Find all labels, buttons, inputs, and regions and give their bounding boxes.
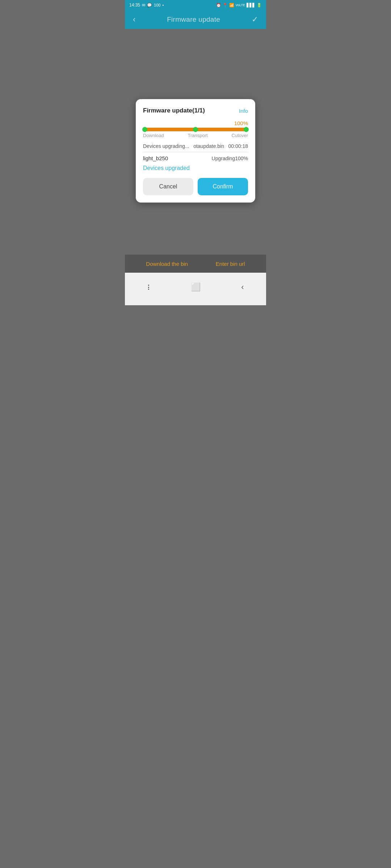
progress-labels: Download Transport Cutover bbox=[143, 133, 248, 138]
label-download: Download bbox=[143, 133, 164, 138]
status-label: Devices upgrading... bbox=[143, 143, 189, 149]
device-row: light_b250 Upgrading100% bbox=[143, 155, 248, 161]
download-bin-link[interactable]: Download the bin bbox=[146, 261, 188, 267]
device-name: light_b250 bbox=[143, 155, 168, 161]
battery-icon: 🔋 bbox=[257, 3, 262, 8]
cancel-button[interactable]: Cancel bbox=[143, 178, 193, 195]
nav-back-icon: ‹ bbox=[241, 282, 244, 292]
message-icon: ✉ bbox=[142, 3, 145, 8]
nav-home-button[interactable]: ⬜ bbox=[188, 280, 203, 294]
wechat-icon: 💬 bbox=[147, 3, 152, 8]
dialog-backdrop: Firmware update(1/1) Info 100% Download … bbox=[125, 29, 266, 273]
label-transport: Transport bbox=[188, 133, 208, 138]
progress-dot-start bbox=[142, 127, 147, 132]
firmware-update-dialog: Firmware update(1/1) Info 100% Download … bbox=[136, 99, 255, 203]
info-link[interactable]: Info bbox=[239, 108, 248, 114]
status-bar: 14:35 ✉ 💬 100 • ⏰ 📍 📶 VoLTE ▋▋▋ 🔋 bbox=[125, 0, 266, 10]
progress-dot-end bbox=[244, 127, 249, 132]
dialog-title: Firmware update(1/1) bbox=[143, 107, 205, 114]
divider bbox=[143, 152, 248, 152]
progress-track bbox=[143, 128, 248, 131]
devices-upgraded-label[interactable]: Devices upgraded bbox=[143, 165, 248, 171]
wifi-icon: 📶 bbox=[229, 3, 234, 8]
info-row: Devices upgrading... otaupdate.bin 00:00… bbox=[143, 143, 248, 149]
top-bar: ‹ Firmware update ✓ bbox=[125, 10, 266, 29]
device-upgrade-status: Upgrading100% bbox=[212, 156, 248, 161]
extra-icon: 100 bbox=[154, 3, 160, 7]
status-right: ⏰ 📍 📶 VoLTE ▋▋▋ 🔋 bbox=[216, 3, 262, 8]
elapsed-time: 00:00:18 bbox=[228, 143, 248, 149]
label-cutover: Cutover bbox=[231, 133, 248, 138]
file-name: otaupdate.bin bbox=[193, 143, 224, 149]
page-title: Firmware update bbox=[167, 16, 220, 24]
signal-icon: ▋▋▋ bbox=[247, 3, 255, 8]
home-icon: ⬜ bbox=[191, 282, 201, 292]
dialog-header: Firmware update(1/1) Info bbox=[143, 107, 248, 114]
nav-recent-button[interactable]: ⫶ bbox=[141, 280, 156, 294]
nav-bar: ⫶ ⬜ ‹ bbox=[125, 273, 266, 305]
status-left: 14:35 ✉ 💬 100 • bbox=[129, 3, 164, 8]
confirm-button[interactable]: Confirm bbox=[198, 178, 248, 195]
check-button[interactable]: ✓ bbox=[250, 13, 260, 26]
status-time: 14:35 bbox=[129, 3, 140, 8]
button-row: Cancel Confirm bbox=[143, 178, 248, 195]
nav-back-button[interactable]: ‹ bbox=[235, 280, 250, 294]
dot-icon: • bbox=[162, 3, 164, 7]
recent-apps-icon: ⫶ bbox=[147, 282, 151, 292]
location-icon: 📍 bbox=[223, 3, 228, 8]
back-button[interactable]: ‹ bbox=[131, 13, 137, 26]
alarm-icon: ⏰ bbox=[216, 3, 221, 8]
enter-bin-url-link[interactable]: Enter bin url bbox=[216, 261, 245, 267]
lte-icon: VoLTE bbox=[236, 3, 245, 7]
progress-dot-mid bbox=[193, 127, 198, 132]
progress-percent: 100% bbox=[143, 120, 248, 126]
bottom-actions: Download the bin Enter bin url bbox=[125, 255, 266, 273]
